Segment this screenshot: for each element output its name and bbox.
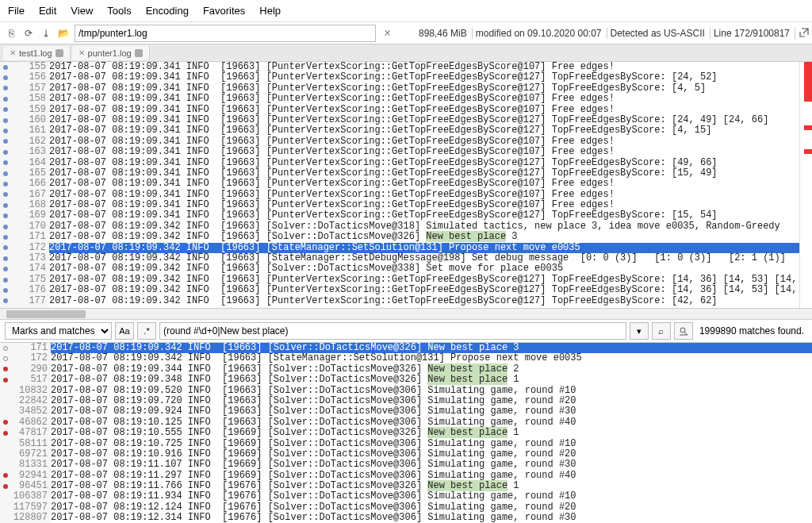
log-viewer: 1551561571581591601611621631641651661671… bbox=[0, 62, 812, 308]
file-encoding: Detected as US-ASCII bbox=[607, 28, 708, 39]
toolbar: ⎘ ⟳ ⤓ 📂 × 898,46 MiB modified on 09.10.2… bbox=[0, 22, 812, 44]
menu-encoding[interactable]: Encoding bbox=[146, 5, 189, 17]
selected-line[interactable]: 2017-08-07 08:19:09.342 INFO [19663] [St… bbox=[49, 243, 799, 253]
tab-punter1-log[interactable]: ✕punter1.log bbox=[72, 46, 150, 60]
status-bar: 898,46 MiB modified on 09.10.2020 00:07 … bbox=[416, 27, 807, 40]
search-bar: Marks and matches Aa .* ▾ ⌕ 1999890 matc… bbox=[0, 319, 812, 343]
bookmark-gutter[interactable] bbox=[0, 62, 11, 308]
search-input[interactable] bbox=[159, 322, 626, 340]
tab-test1-log[interactable]: ✕test1.log bbox=[3, 46, 71, 60]
file-path-input[interactable] bbox=[75, 25, 376, 42]
menu-tools[interactable]: Tools bbox=[107, 5, 131, 17]
external-link-icon[interactable] bbox=[795, 27, 807, 40]
case-sensitive-button[interactable]: Aa bbox=[115, 322, 134, 340]
regex-button[interactable]: .* bbox=[137, 322, 156, 340]
menu-file[interactable]: File bbox=[8, 5, 25, 17]
log-content[interactable]: 2017-08-07 08:19:09.341 INFO [19663] [Pu… bbox=[49, 62, 799, 308]
search-dropdown-icon[interactable]: ▾ bbox=[630, 322, 649, 340]
result-content[interactable]: 2017-08-07 08:19:09.342 INFO [19663] [So… bbox=[51, 343, 812, 523]
match-count: 1999890 matches found. bbox=[696, 325, 807, 336]
tail-icon[interactable]: ⤓ bbox=[40, 27, 52, 40]
line-number-gutter: 1551561571581591601611621631641651661671… bbox=[11, 62, 49, 308]
tab-bar: ✕test1.log✕punter1.log bbox=[0, 44, 812, 62]
selected-line[interactable]: 2017-08-07 08:19:09.342 INFO [19663] [So… bbox=[51, 343, 812, 353]
svg-line-1 bbox=[684, 332, 688, 335]
result-line-gutter: 1711722905171083222842348524686247817581… bbox=[11, 343, 51, 523]
cursor-position: Line 172/9100817 bbox=[710, 28, 793, 39]
search-results: 1711722905171083222842348524686247817581… bbox=[0, 343, 812, 523]
menu-view[interactable]: View bbox=[71, 5, 93, 17]
clear-path-icon[interactable]: × bbox=[381, 26, 394, 40]
menu-edit[interactable]: Edit bbox=[39, 5, 56, 17]
menu-help[interactable]: Help bbox=[259, 5, 281, 17]
file-modified: modified on 09.10.2020 00:07 bbox=[472, 28, 605, 39]
result-mark-gutter[interactable] bbox=[0, 343, 11, 523]
tab-close-icon[interactable]: ✕ bbox=[79, 48, 85, 57]
open-icon[interactable]: 📂 bbox=[57, 27, 70, 40]
horizontal-scrollbar[interactable] bbox=[0, 308, 812, 319]
tab-dot-icon bbox=[56, 49, 63, 57]
tab-dot-icon bbox=[135, 49, 143, 57]
menubar: FileEditViewToolsEncodingFavoritesHelp bbox=[0, 0, 812, 22]
find-all-button[interactable] bbox=[674, 322, 693, 340]
copy-icon[interactable]: ⎘ bbox=[5, 27, 17, 40]
file-size: 898,46 MiB bbox=[416, 28, 470, 39]
menu-favorites[interactable]: Favorites bbox=[203, 5, 245, 17]
find-button[interactable]: ⌕ bbox=[652, 322, 671, 340]
search-mode-dropdown[interactable]: Marks and matches bbox=[5, 322, 112, 340]
refresh-icon[interactable]: ⟳ bbox=[22, 27, 35, 40]
tab-label: test1.log bbox=[19, 48, 52, 58]
tab-close-icon[interactable]: ✕ bbox=[10, 48, 16, 57]
overview-ruler[interactable] bbox=[799, 62, 812, 308]
tab-label: punter1.log bbox=[88, 48, 132, 58]
